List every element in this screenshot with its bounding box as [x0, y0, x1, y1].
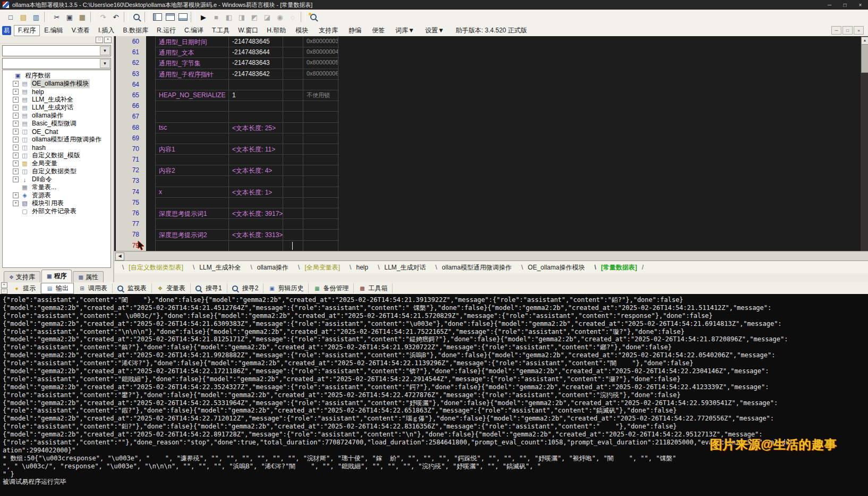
- constant-comment-cell[interactable]: 0x80000004: [303, 47, 338, 57]
- constant-spare-cell[interactable]: [283, 58, 303, 68]
- expand-plus-icon[interactable]: +: [13, 145, 19, 150]
- constant-comment-cell[interactable]: [303, 101, 338, 111]
- horizontal-scrollbar[interactable]: ◀: [114, 251, 868, 261]
- constant-value-cell[interactable]: [229, 241, 283, 251]
- constant-value-cell[interactable]: -2147483643: [229, 58, 283, 68]
- mdi-close-button[interactable]: ×: [854, 26, 864, 35]
- constant-comment-cell[interactable]: [303, 165, 338, 175]
- doc-tab-llm-chat[interactable]: LLM_生成对话: [373, 262, 430, 274]
- constant-value-cell[interactable]: [229, 219, 283, 229]
- expand-plus-icon[interactable]: +: [13, 161, 19, 166]
- row-number-cell[interactable]: 65: [116, 90, 146, 100]
- constant-value-cell[interactable]: <文本长度: 1>: [229, 187, 283, 197]
- doc-tab-global-vars-table[interactable]: [全局变量表]: [293, 262, 345, 274]
- table-row[interactable]: 通用型_子程序指针 -2147483642 0x80000006: [156, 69, 339, 80]
- menu-item[interactable]: C.编译: [180, 25, 208, 36]
- constant-name-cell[interactable]: 深度思考提示词1: [156, 208, 229, 218]
- constant-name-cell[interactable]: 通用型_文本: [156, 47, 229, 57]
- constant-name-cell[interactable]: tsc: [156, 123, 229, 133]
- tree-item[interactable]: + ▤ help: [5, 88, 110, 96]
- constant-comment-cell[interactable]: [303, 80, 338, 90]
- constant-comment-cell[interactable]: 不使用锁: [303, 90, 338, 100]
- close-button[interactable]: ×: [853, 0, 868, 10]
- menu-item[interactable]: 便签: [367, 25, 390, 36]
- constant-name-cell[interactable]: HEAP_NO_SERIALIZE: [156, 90, 229, 100]
- print-preview-button[interactable]: [130, 11, 143, 23]
- sidebar-close-button[interactable]: ×: [104, 37, 112, 43]
- constant-spare-cell[interactable]: [283, 47, 303, 57]
- table-row[interactable]: [156, 155, 339, 165]
- constant-comment-cell[interactable]: [303, 144, 338, 154]
- expand-plus-icon[interactable]: +: [13, 97, 19, 103]
- tree-item[interactable]: ▦ 常量表...: [5, 183, 110, 191]
- constant-spare-cell[interactable]: [283, 230, 303, 240]
- constant-value-cell[interactable]: -2147483642: [229, 69, 283, 79]
- constant-value-cell[interactable]: -2147483645: [229, 37, 283, 47]
- row-number-cell[interactable]: 73: [116, 175, 146, 186]
- constant-name-cell[interactable]: 通用型_字节集: [156, 58, 229, 68]
- table-row[interactable]: 深度思考提示词1 <文本长度: 3917>: [156, 208, 339, 219]
- panel-tab-toolbox[interactable]: ▩ 工具箱: [354, 283, 393, 293]
- constant-spare-cell[interactable]: [283, 241, 303, 251]
- constant-value-cell[interactable]: <文本长度: 3313>: [229, 230, 283, 240]
- row-number-cell[interactable]: 74: [116, 187, 146, 197]
- table-row[interactable]: [156, 219, 339, 230]
- doc-tab-llm-completion[interactable]: LLM_生成补全: [188, 262, 245, 274]
- constant-name-cell[interactable]: [156, 198, 229, 208]
- constant-value-cell[interactable]: [229, 80, 283, 90]
- run-to-cursor-button[interactable]: ◪: [261, 11, 274, 23]
- constant-name-cell[interactable]: 通用型_子程序指针: [156, 69, 229, 79]
- panel-tab-call-table[interactable]: ⊞ 调用表: [74, 283, 113, 293]
- layout-left-panel-button[interactable]: [151, 11, 164, 23]
- row-number-cell[interactable]: 77: [116, 218, 146, 229]
- tree-item[interactable]: + ▤ LLM_生成补全: [5, 96, 110, 104]
- constant-spare-cell[interactable]: [283, 69, 303, 79]
- constant-name-cell[interactable]: 通用型_日期时间: [156, 37, 229, 47]
- tree-item[interactable]: + ▤ OE_ollama操作模块: [5, 80, 110, 88]
- scroll-left-icon[interactable]: ◀: [115, 253, 124, 260]
- constant-comment-cell[interactable]: [303, 123, 338, 133]
- row-number-cell[interactable]: 63: [116, 69, 146, 79]
- doc-tab-ollama-ops[interactable]: ollama操作: [245, 262, 293, 274]
- tree-item[interactable]: + ▥ 全局变量: [5, 159, 110, 167]
- expand-plus-icon[interactable]: +: [13, 81, 19, 87]
- menu-item[interactable]: 支持库: [313, 25, 343, 36]
- constant-value-cell[interactable]: [229, 176, 283, 186]
- save-button[interactable]: ▥: [30, 11, 42, 23]
- menu-item[interactable]: R.运行: [152, 25, 180, 36]
- stop-button[interactable]: ■: [210, 11, 223, 23]
- vertical-scroll-thumb[interactable]: [861, 44, 868, 73]
- run-button[interactable]: ▶: [197, 11, 210, 23]
- expand-plus-icon[interactable]: +: [13, 113, 19, 119]
- table-row[interactable]: [156, 241, 339, 251]
- constant-comment-cell[interactable]: 0x80000005: [303, 58, 338, 68]
- panel-tab-variable-table[interactable]: ❖ 变量表: [152, 283, 191, 293]
- breakpoint-button[interactable]: ◉: [274, 11, 286, 23]
- panel-tab-output[interactable]: ▤ 输出: [41, 283, 74, 294]
- constant-spare-cell[interactable]: [283, 112, 303, 122]
- menu-item[interactable]: I.插入: [94, 25, 119, 36]
- member-filter-combo[interactable]: ▼: [2, 58, 111, 69]
- undo-button[interactable]: ↶: [109, 11, 122, 23]
- constant-value-cell[interactable]: <文本长度: 3917>: [229, 208, 283, 218]
- chevron-down-icon[interactable]: ▼: [100, 46, 110, 55]
- menu-item[interactable]: T.工具: [208, 25, 234, 36]
- row-number-cell[interactable]: 68: [116, 122, 146, 133]
- constant-value-cell[interactable]: [229, 112, 283, 122]
- tab-program[interactable]: ▣ 程序: [41, 270, 72, 282]
- expand-plus-icon[interactable]: +: [13, 192, 19, 198]
- row-number-cell[interactable]: 60: [116, 36, 146, 47]
- tree-item[interactable]: ▣ 程序数据: [5, 72, 110, 80]
- table-row[interactable]: HEAP_NO_SERIALIZE 1 不使用锁: [156, 90, 339, 101]
- menu-item[interactable]: 设置▼: [420, 25, 449, 36]
- constant-name-cell[interactable]: [156, 176, 229, 186]
- constant-name-cell[interactable]: [156, 219, 229, 229]
- panel-tab-hints[interactable]: ● 提示: [8, 283, 41, 293]
- row-number-cell[interactable]: 71: [116, 154, 146, 165]
- table-row[interactable]: [156, 101, 339, 112]
- menu-item[interactable]: B.数据库: [119, 25, 152, 36]
- constant-comment-cell[interactable]: [303, 241, 338, 251]
- constant-spare-cell[interactable]: [283, 90, 303, 100]
- constant-spare-cell[interactable]: [283, 155, 303, 165]
- doc-tab-finetune-ops[interactable]: ollama模型通用微调操作: [431, 262, 517, 274]
